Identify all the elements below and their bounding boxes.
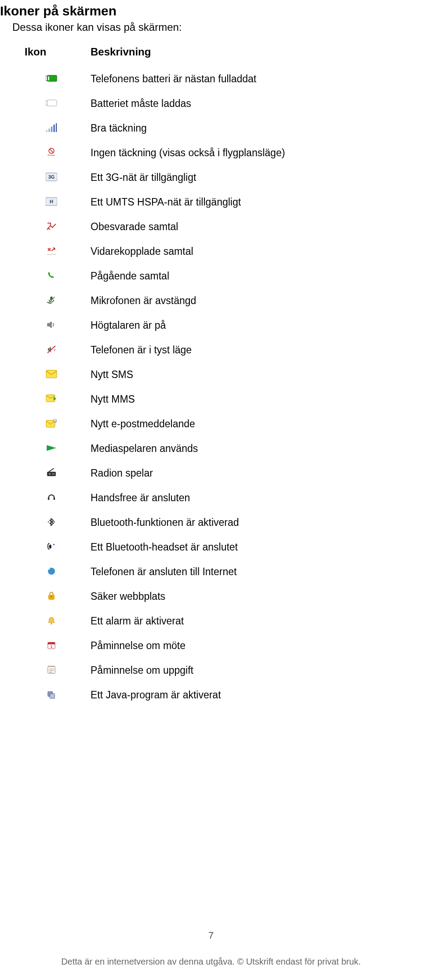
- icon-cell: [25, 320, 91, 331]
- table-row: Radion spelar: [25, 463, 385, 484]
- icon-cell: [25, 641, 91, 651]
- desc-cell: Påminnelse om möte: [91, 639, 385, 653]
- table-row: Pågående samtal: [25, 266, 385, 287]
- col-header-desc: Beskrivning: [91, 46, 385, 58]
- page-number: 7: [0, 930, 422, 941]
- forwarded-call-icon: [46, 246, 57, 255]
- table-row: Obesvarade samtal: [25, 217, 385, 238]
- desc-cell: Batteriet måste laddas: [91, 97, 385, 110]
- desc-cell: Nytt MMS: [91, 393, 385, 406]
- icon-cell: [25, 591, 91, 602]
- desc-cell: Vidarekopplade samtal: [91, 245, 385, 258]
- badge-h-icon: [46, 197, 57, 206]
- internet-icon: [46, 567, 57, 576]
- icon-cell: [25, 197, 91, 208]
- mms-icon: [46, 394, 57, 403]
- desc-cell: Telefonen är i tyst läge: [91, 343, 385, 357]
- missed-call-icon: [46, 222, 57, 231]
- icon-cell: [25, 123, 91, 134]
- table-row: Telefonen är ansluten till Internet: [25, 562, 385, 583]
- icon-cell: [25, 468, 91, 479]
- table-row: Batteriet måste laddas: [25, 93, 385, 114]
- table-row: Ett Bluetooth-headset är anslutet: [25, 537, 385, 558]
- bluetooth-on-icon: [46, 518, 57, 526]
- desc-cell: Påminnelse om uppgift: [91, 664, 385, 677]
- desc-cell: Telefonen är ansluten till Internet: [91, 565, 385, 579]
- table-row: Telefonens batteri är nästan fulladdat: [25, 69, 385, 90]
- icon-cell: [25, 444, 91, 454]
- table-row: Handsfree är ansluten: [25, 488, 385, 509]
- table-row: Ett Java-program är aktiverat: [25, 685, 385, 706]
- icon-cell: [25, 518, 91, 528]
- table-row: Påminnelse om uppgift: [25, 660, 385, 681]
- desc-cell: Nytt e-postmeddelande: [91, 417, 385, 431]
- icon-cell: [25, 394, 91, 405]
- signal-bars-icon: [46, 123, 57, 132]
- desc-cell: Bra täckning: [91, 121, 385, 135]
- mic-muted-icon: [46, 296, 57, 305]
- desc-cell: Nytt SMS: [91, 368, 385, 382]
- icon-cell: [25, 74, 91, 84]
- page-title: Ikoner på skärmen: [0, 4, 422, 18]
- desc-cell: Ett Java-program är aktiverat: [91, 688, 385, 702]
- table-row: Ett 3G-nät är tillgängligt: [25, 167, 385, 188]
- icons-table: Ikon Beskrivning Telefonens batteri är n…: [25, 46, 385, 706]
- java-app-icon: [46, 690, 57, 699]
- desc-cell: Ett alarm är aktiverat: [91, 614, 385, 628]
- no-network-icon: [46, 148, 57, 157]
- secure-site-icon: [46, 591, 57, 600]
- ongoing-call-icon: [46, 271, 57, 280]
- icon-cell: [25, 271, 91, 282]
- silent-mode-icon: [46, 345, 57, 354]
- table-row: Bra täckning: [25, 118, 385, 139]
- table-row: Ett UMTS HSPA-nät är tillgängligt: [25, 192, 385, 213]
- col-header-icon: Ikon: [25, 46, 91, 58]
- desc-cell: Bluetooth-funktionen är aktiverad: [91, 516, 385, 529]
- desc-cell: Ett Bluetooth-headset är anslutet: [91, 540, 385, 554]
- desc-cell: Handsfree är ansluten: [91, 491, 385, 505]
- icon-cell: [25, 370, 91, 380]
- desc-cell: Säker webbplats: [91, 590, 385, 603]
- desc-cell: Ingen täckning (visas också i flygplansl…: [91, 146, 385, 160]
- table-row: Ingen täckning (visas också i flygplansl…: [25, 143, 385, 164]
- icon-cell: [25, 345, 91, 356]
- icon-cell: [25, 173, 91, 183]
- alarm-icon: [46, 616, 57, 625]
- speaker-icon: [46, 320, 57, 329]
- desc-cell: Mikrofonen är avstängd: [91, 294, 385, 308]
- icon-cell: [25, 493, 91, 503]
- icon-cell: [25, 246, 91, 257]
- icon-cell: [25, 616, 91, 627]
- icon-cell: [25, 99, 91, 109]
- desc-cell: Radion spelar: [91, 466, 385, 480]
- table-row: Mediaspelaren används: [25, 438, 385, 459]
- icon-cell: [25, 222, 91, 232]
- desc-cell: Mediaspelaren används: [91, 442, 385, 455]
- desc-cell: Högtalaren är på: [91, 319, 385, 332]
- battery-full-icon: [46, 74, 57, 83]
- icon-cell: [25, 567, 91, 577]
- bluetooth-headset-icon: [46, 542, 57, 551]
- radio-icon: [46, 468, 57, 477]
- icon-cell: [25, 296, 91, 306]
- icon-cell: [25, 690, 91, 701]
- table-row: Ett alarm är aktiverat: [25, 611, 385, 632]
- desc-cell: Ett UMTS HSPA-nät är tillgängligt: [91, 195, 385, 209]
- calendar-alert-icon: [46, 641, 57, 650]
- table-row: Påminnelse om möte: [25, 635, 385, 657]
- table-row: Nytt e-postmeddelande: [25, 414, 385, 435]
- table-row: Vidarekopplade samtal: [25, 241, 385, 262]
- table-header: Ikon Beskrivning: [25, 46, 385, 58]
- table-row: Säker webbplats: [25, 586, 385, 607]
- table-row: Bluetooth-funktionen är aktiverad: [25, 512, 385, 533]
- desc-cell: Ett 3G-nät är tillgängligt: [91, 171, 385, 184]
- badge-3g-icon: [46, 173, 57, 181]
- headset-icon: [46, 493, 57, 502]
- battery-empty-icon: [46, 99, 57, 107]
- table-row: Mikrofonen är avstängd: [25, 290, 385, 312]
- icon-cell: [25, 148, 91, 158]
- desc-cell: Telefonens batteri är nästan fulladdat: [91, 72, 385, 86]
- document-page: Ikoner på skärmen Dessa ikoner kan visas…: [0, 0, 422, 980]
- table-row: Högtalaren är på: [25, 315, 385, 336]
- icon-cell: [25, 665, 91, 676]
